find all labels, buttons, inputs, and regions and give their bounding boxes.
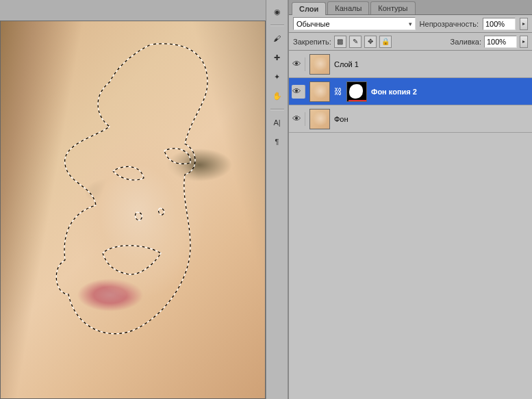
layer-name[interactable]: Фон копия 2 — [371, 88, 529, 96]
layers-panel: Слои Каналы Контуры Обычные Непрозрачнос… — [288, 0, 532, 399]
layer-thumbnail[interactable] — [309, 54, 330, 75]
hand-tool-icon[interactable]: ✋ — [269, 88, 286, 103]
visibility-eye-icon[interactable]: 👁 — [292, 112, 305, 126]
expose-tool-icon[interactable]: ◉ — [269, 4, 286, 19]
lock-label: Закрепить: — [293, 38, 331, 46]
healing-tool-icon[interactable]: ✚ — [269, 50, 286, 65]
visibility-eye-icon[interactable]: 👁 — [292, 85, 305, 99]
lock-position-icon[interactable]: ✥ — [364, 36, 377, 48]
blend-opacity-row: Обычные Непрозрачность: 100% ▸ — [289, 15, 532, 33]
layer-thumbnail[interactable] — [309, 109, 330, 129]
blend-mode-select[interactable]: Обычные — [293, 17, 416, 30]
layer-row[interactable]: 👁 Слой 1 — [289, 51, 532, 78]
paragraph-panel-icon[interactable]: ¶ — [269, 134, 286, 149]
mask-link-icon[interactable]: ⛓ — [334, 87, 342, 96]
brush-tool-icon[interactable]: 🖌 — [269, 31, 286, 46]
opacity-input[interactable]: 100% — [483, 18, 516, 30]
tab-channels[interactable]: Каналы — [327, 1, 369, 14]
fill-label: Заливка: — [451, 38, 481, 46]
lock-transparency-icon[interactable]: ▩ — [334, 36, 346, 48]
visibility-eye-icon[interactable]: 👁 — [292, 57, 305, 71]
fill-stepper-icon[interactable]: ▸ — [520, 36, 528, 48]
fill-input[interactable]: 100% — [484, 36, 517, 48]
layers-list: 👁 Слой 1 👁 ⛓ Фон копия 2 👁 Фон — [289, 51, 532, 399]
canvas-area[interactable] — [0, 0, 266, 399]
panel-tabs: Слои Каналы Контуры — [289, 0, 532, 15]
toolbar-separator — [270, 25, 284, 25]
lock-pixels-icon[interactable]: ✎ — [349, 36, 362, 48]
lock-fill-row: Закрепить: ▩ ✎ ✥ 🔒 Заливка: 100% ▸ — [289, 33, 532, 51]
blend-mode-value: Обычные — [296, 20, 330, 28]
tab-layers[interactable]: Слои — [292, 2, 326, 15]
layer-name[interactable]: Фон — [334, 115, 529, 123]
opacity-stepper-icon[interactable]: ▸ — [520, 18, 528, 30]
toolbar-separator — [270, 109, 284, 110]
opacity-label: Непрозрачность: — [420, 20, 479, 28]
document-photo[interactable] — [0, 21, 266, 399]
layer-name[interactable]: Слой 1 — [334, 60, 529, 68]
opacity-value: 100% — [485, 20, 505, 28]
layer-mask-thumbnail[interactable] — [346, 81, 367, 102]
layer-thumbnail[interactable] — [309, 81, 330, 102]
tab-paths[interactable]: Контуры — [370, 1, 415, 14]
vertical-toolbar: ◉ 🖌 ✚ ✦ ✋ A| ¶ — [266, 0, 288, 399]
fill-value: 100% — [487, 38, 506, 46]
patch-tool-icon[interactable]: ✦ — [269, 69, 286, 84]
character-panel-icon[interactable]: A| — [269, 115, 286, 130]
lock-all-icon[interactable]: 🔒 — [379, 36, 392, 48]
layer-row[interactable]: 👁 Фон — [289, 105, 532, 133]
layer-row-selected[interactable]: 👁 ⛓ Фон копия 2 — [289, 78, 532, 105]
